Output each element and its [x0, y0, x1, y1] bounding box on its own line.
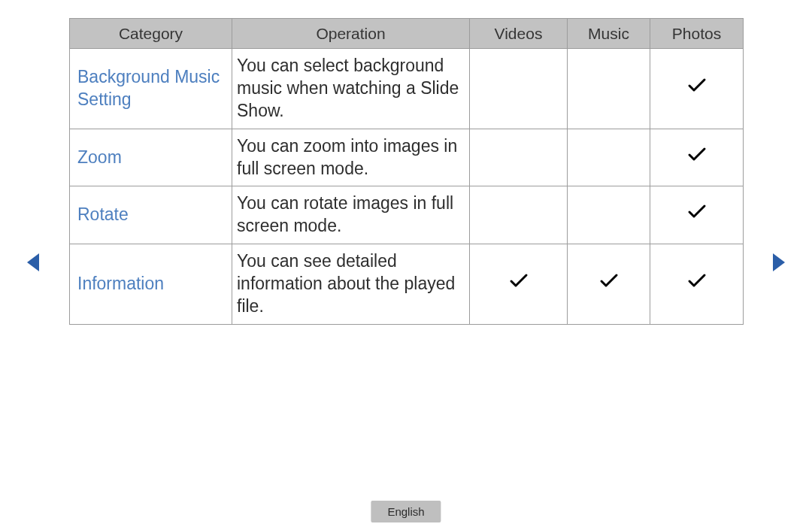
cell-videos [470, 186, 568, 244]
cell-photos [650, 129, 744, 186]
cell-category: Rotate [70, 186, 232, 244]
cell-category: Information [70, 244, 232, 325]
table-header-row: Category Operation Videos Music Photos [70, 19, 744, 49]
table-body: Background Music SettingYou can select b… [70, 49, 744, 325]
cell-videos [470, 244, 568, 325]
col-header-music: Music [568, 19, 650, 49]
table-row: InformationYou can see detailed informat… [70, 244, 744, 325]
svg-marker-1 [773, 253, 785, 271]
svg-marker-0 [27, 253, 39, 271]
cell-music [568, 244, 650, 325]
cell-music [568, 129, 650, 186]
cell-operation: You can zoom into images in full screen … [232, 129, 470, 186]
next-page-button[interactable] [771, 252, 786, 273]
cell-operation: You can select background music when wat… [232, 49, 470, 129]
cell-category: Background Music Setting [70, 49, 232, 129]
cell-operation: You can rotate images in full screen mod… [232, 186, 470, 244]
cell-category: Zoom [70, 129, 232, 186]
col-header-category: Category [70, 19, 232, 49]
cell-operation: You can see detailed information about t… [232, 244, 470, 325]
cell-photos [650, 186, 744, 244]
feature-table: Category Operation Videos Music Photos B… [69, 18, 743, 325]
cell-photos [650, 49, 744, 129]
table-row: RotateYou can rotate images in full scre… [70, 186, 744, 244]
cell-music [568, 186, 650, 244]
prev-page-button[interactable] [26, 252, 41, 273]
cell-videos [470, 49, 568, 129]
cell-music [568, 49, 650, 129]
table-row: ZoomYou can zoom into images in full scr… [70, 129, 744, 186]
col-header-operation: Operation [232, 19, 470, 49]
table-row: Background Music SettingYou can select b… [70, 49, 744, 129]
cell-photos [650, 244, 744, 325]
cell-videos [470, 129, 568, 186]
language-badge: English [371, 501, 441, 522]
col-header-videos: Videos [470, 19, 568, 49]
col-header-photos: Photos [650, 19, 744, 49]
